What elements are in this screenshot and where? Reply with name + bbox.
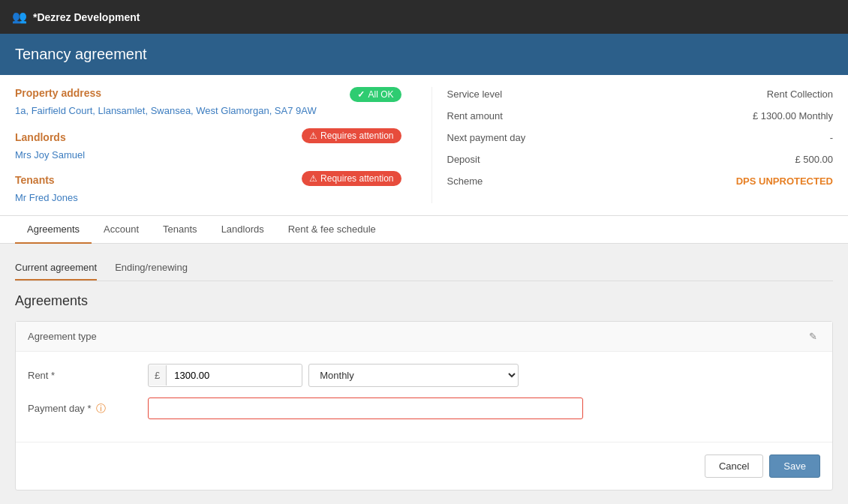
warning-icon: ⚠: [309, 130, 317, 141]
rent-prefix: £: [149, 365, 167, 386]
payment-day-label: Payment day * ⓘ: [28, 402, 148, 416]
info-section: Property address ✓ All OK 1a, Fairfield …: [0, 75, 848, 216]
tab-account[interactable]: Account: [92, 216, 151, 244]
warning-icon-2: ⚠: [309, 173, 317, 184]
tenants-row: Tenants ⚠ Requires attention: [15, 168, 401, 189]
rent-amount-value: £ 1300.00 Monthly: [753, 110, 833, 122]
info-left: Property address ✓ All OK 1a, Fairfield …: [15, 87, 432, 203]
rent-form-row: Rent * £ Monthly Weekly Fortnightly 4 We…: [28, 364, 820, 387]
frequency-select[interactable]: Monthly Weekly Fortnightly 4 Weekly Annu…: [308, 364, 519, 387]
main-content: Current agreement Ending/renewing Agreem…: [0, 244, 848, 502]
property-address-link[interactable]: 1a, Fairfield Court, Llansamlet, Swansea…: [15, 105, 401, 116]
info-right: Service level Rent Collection Rent amoun…: [432, 87, 834, 203]
scheme-row: Scheme DPS UNPROTECTED: [447, 174, 834, 188]
top-bar: 👥 *Dezrez Development: [0, 0, 848, 34]
deposit-row: Deposit £ 500.00: [447, 152, 834, 166]
tab-rent-fee-schedule[interactable]: Rent & fee schedule: [276, 216, 388, 244]
scheme-label: Scheme: [447, 176, 483, 187]
app-icon: 👥: [12, 10, 27, 24]
info-icon[interactable]: ⓘ: [96, 402, 106, 416]
agreements-form-card: Agreement type ✎ Rent * £ Monthly Weekly: [15, 321, 833, 490]
sub-tab-current-agreement[interactable]: Current agreement: [15, 256, 97, 280]
tab-agreements[interactable]: Agreements: [15, 216, 92, 244]
form-card-title: Agreement type: [28, 331, 97, 342]
tenant-person-link[interactable]: Mr Fred Jones: [15, 192, 401, 203]
payment-day-controls: [148, 398, 820, 419]
edit-icon-button[interactable]: ✎: [806, 329, 820, 344]
next-payment-label: Next payment day: [447, 132, 526, 143]
next-payment-row: Next payment day -: [447, 130, 834, 145]
rent-amount-row: Rent amount £ 1300.00 Monthly: [447, 109, 834, 123]
rent-input[interactable]: [167, 365, 302, 386]
landlords-attention-badge: ⚠ Requires attention: [302, 128, 401, 143]
form-card-body: Rent * £ Monthly Weekly Fortnightly 4 We…: [16, 352, 832, 442]
page-title: Tenancy agreement: [15, 46, 147, 62]
payment-day-form-row: Payment day * ⓘ: [28, 398, 820, 419]
service-level-value: Rent Collection: [767, 88, 833, 100]
tenants-label: Tenants: [15, 174, 55, 186]
form-actions: Cancel Save: [16, 442, 832, 490]
payment-day-input[interactable]: [148, 398, 583, 419]
checkmark-icon: ✓: [357, 89, 365, 100]
service-level-row: Service level Rent Collection: [447, 87, 834, 101]
property-address-row: Property address ✓ All OK: [15, 87, 401, 102]
agreements-section-heading: Agreements: [15, 293, 833, 309]
tab-landlords[interactable]: Landlords: [209, 216, 276, 244]
deposit-label: Deposit: [447, 154, 480, 165]
scheme-value: DPS UNPROTECTED: [736, 176, 833, 187]
status-badge-ok: ✓ All OK: [350, 87, 401, 102]
form-card-header: Agreement type ✎: [16, 322, 832, 352]
rent-amount-label: Rent amount: [447, 110, 503, 122]
next-payment-value: -: [830, 132, 833, 143]
page-header: Tenancy agreement: [0, 34, 848, 75]
save-button[interactable]: Save: [769, 454, 820, 478]
tenants-attention-badge: ⚠ Requires attention: [302, 171, 401, 186]
app-title: *Dezrez Development: [33, 11, 140, 23]
tabs-bar: Agreements Account Tenants Landlords Ren…: [0, 216, 848, 244]
deposit-value: £ 500.00: [795, 154, 833, 165]
service-level-label: Service level: [447, 88, 503, 100]
landlords-row: Landlords ⚠ Requires attention: [15, 125, 401, 146]
cancel-button[interactable]: Cancel: [705, 454, 763, 478]
property-address-label: Property address: [15, 87, 101, 99]
landlords-label: Landlords: [15, 131, 66, 143]
rent-label: Rent *: [28, 370, 148, 381]
rent-controls: £ Monthly Weekly Fortnightly 4 Weekly An…: [148, 364, 820, 387]
landlord-person-link[interactable]: Mrs Joy Samuel: [15, 149, 401, 160]
rent-input-group: £: [148, 364, 302, 387]
sub-tabs-bar: Current agreement Ending/renewing: [15, 256, 833, 281]
tab-tenants[interactable]: Tenants: [151, 216, 209, 244]
sub-tab-ending-renewing[interactable]: Ending/renewing: [115, 256, 188, 280]
